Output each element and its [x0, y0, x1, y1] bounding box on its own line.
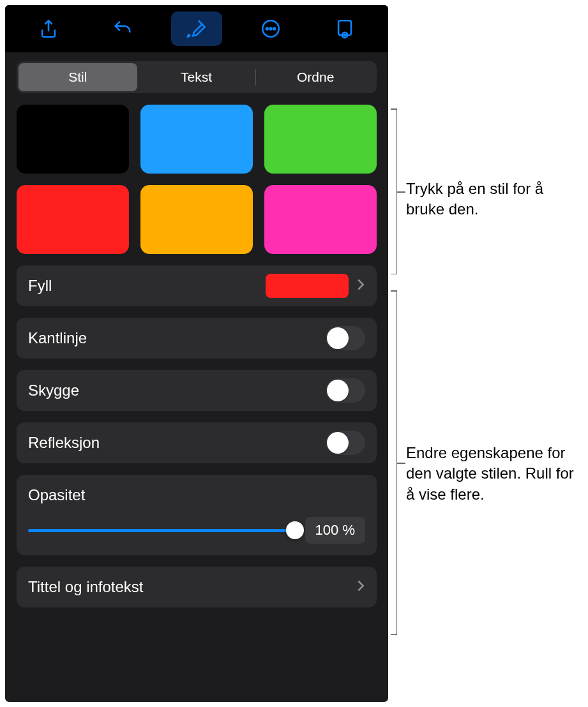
opacity-slider[interactable]	[28, 521, 295, 539]
opacity-row: Opasitet 100 %	[17, 475, 377, 555]
slider-fill	[28, 529, 295, 532]
tab-text[interactable]: Tekst	[137, 63, 256, 91]
chevron-right-icon	[356, 277, 365, 295]
tab-style[interactable]: Stil	[19, 63, 137, 91]
format-button[interactable]	[171, 11, 222, 46]
callout-properties: Endre egenskapene for den valgte stilen.…	[406, 443, 585, 505]
fill-color-sample	[266, 274, 349, 298]
undo-icon	[112, 18, 133, 40]
style-swatch[interactable]	[264, 185, 377, 254]
callout-bracket	[389, 108, 397, 274]
format-tabs: Stil Tekst Ordne	[17, 61, 377, 93]
border-toggle[interactable]	[326, 326, 365, 350]
reflection-label: Refleksjon	[28, 434, 100, 452]
tab-arrange[interactable]: Ordne	[256, 63, 375, 91]
shadow-row[interactable]: Skygge	[17, 370, 377, 411]
more-button[interactable]	[245, 11, 296, 46]
share-button[interactable]	[23, 11, 74, 46]
border-label: Kantlinje	[28, 329, 87, 347]
chevron-right-icon	[356, 578, 365, 596]
slider-thumb[interactable]	[286, 521, 304, 539]
svg-point-6	[344, 34, 346, 36]
shadow-toggle[interactable]	[326, 378, 365, 403]
more-icon	[260, 18, 282, 40]
top-toolbar	[5, 5, 388, 52]
share-icon	[38, 18, 59, 40]
opacity-controls: 100 %	[28, 517, 365, 544]
callout-bracket	[389, 290, 397, 635]
style-swatch[interactable]	[140, 105, 253, 174]
toggle-knob	[327, 380, 349, 401]
style-swatch[interactable]	[264, 105, 377, 174]
style-swatches	[17, 105, 377, 254]
opacity-label: Opasitet	[28, 486, 365, 504]
opacity-value[interactable]: 100 %	[305, 517, 365, 544]
slider-track	[28, 529, 295, 532]
undo-button[interactable]	[97, 11, 148, 46]
shadow-label: Skygge	[28, 382, 79, 399]
toggle-knob	[327, 432, 349, 454]
fill-row[interactable]: Fyll	[17, 265, 377, 306]
border-row[interactable]: Kantlinje	[17, 318, 377, 359]
style-swatch[interactable]	[140, 185, 253, 254]
document-view-icon	[334, 18, 356, 40]
svg-point-3	[273, 28, 275, 30]
reflection-toggle[interactable]	[326, 431, 365, 455]
title-caption-row[interactable]: Tittel og infotekst	[17, 567, 377, 607]
svg-point-2	[270, 28, 272, 30]
svg-point-1	[266, 28, 268, 30]
style-swatch[interactable]	[17, 185, 129, 254]
format-panel: Stil Tekst Ordne Fyll Kantlinje Skygge R…	[5, 5, 388, 702]
presenter-button[interactable]	[319, 11, 370, 46]
reflection-row[interactable]: Refleksjon	[17, 422, 377, 463]
fill-label: Fyll	[28, 277, 52, 295]
style-swatch[interactable]	[17, 105, 129, 174]
callout-styles: Trykk på en stil for å bruke den.	[406, 179, 578, 220]
paintbrush-icon	[186, 18, 207, 40]
toggle-knob	[327, 327, 349, 349]
title-caption-label: Tittel og infotekst	[28, 578, 144, 596]
